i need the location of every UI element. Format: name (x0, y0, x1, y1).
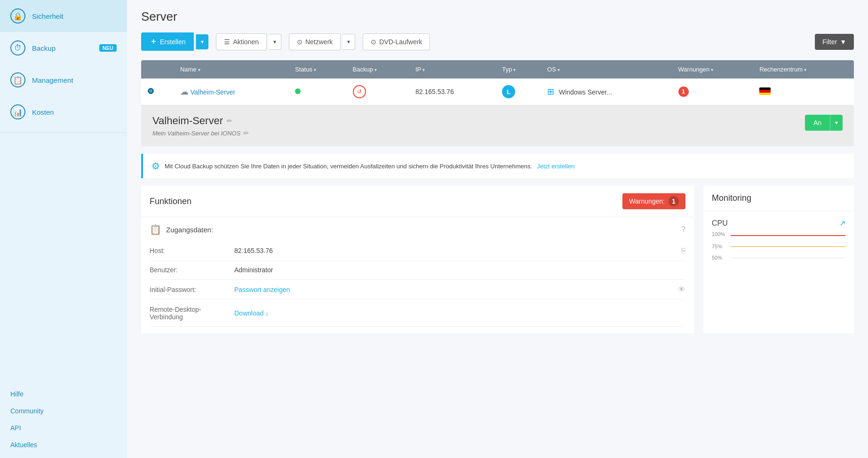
sidebar-link-hilfe[interactable]: Hilfe (0, 386, 127, 403)
server-detail-name: Valheim-Server (152, 115, 223, 127)
management-icon: 📋 (10, 72, 25, 87)
power-dropdown-button[interactable]: ▾ (830, 115, 843, 131)
functions-title: Funktionen (150, 197, 191, 206)
sidebar-item-sicherheit[interactable]: 🔒 Sicherheit (0, 0, 127, 32)
row-ip-cell: 82.165.53.76 (409, 79, 495, 105)
backup-icon: ⏱ (10, 40, 25, 55)
table-col-backup[interactable]: Backup▾ (346, 60, 409, 79)
server-table: Name▾ Status▾ Backup▾ IP▾ Typ▾ OS▾ (141, 60, 854, 105)
table-col-warnungen[interactable]: Warnungen▾ (672, 60, 753, 79)
erstellen-dropdown-button[interactable]: ▾ (196, 34, 208, 49)
aktionen-label: Aktionen (233, 38, 258, 46)
benutzer-value: Administrator (234, 266, 685, 274)
power-on-button[interactable]: An (805, 115, 830, 131)
aktionen-dropdown-button[interactable]: ▾ (269, 34, 281, 50)
eye-icon[interactable]: 👁 (678, 285, 685, 294)
access-row-passwort: Initial-Passwort: Passwort anzeigen 👁 (150, 280, 685, 300)
host-label: Host: (150, 247, 234, 254)
monitoring-content: CPU ↗ 100% 75% 50% (703, 211, 854, 284)
filter-button[interactable]: Filter ▼ (815, 34, 854, 50)
netzwerk-label: Netzwerk (305, 38, 333, 46)
sidebar-item-label: Kosten (32, 108, 54, 116)
kosten-icon: 📊 (10, 104, 25, 119)
clipboard-icon: 📋 (150, 224, 161, 235)
table-col-os[interactable]: OS▾ (541, 60, 671, 79)
table-col-rechenzentrum[interactable]: Rechenzentrum▾ (753, 60, 854, 79)
flag-de-icon (759, 87, 771, 95)
copy-icon[interactable]: ⎘ (681, 246, 685, 254)
sidebar-divider (0, 133, 127, 133)
sidebar-item-label: Management (32, 76, 73, 84)
status-online-icon (295, 88, 301, 94)
info-banner-text: Mit Cloud Backup schützen Sie Ihre Daten… (165, 163, 532, 170)
dvd-icon: ⊙ (371, 38, 376, 46)
row-dc-cell (753, 79, 854, 105)
chart-label-50: 50% (712, 255, 722, 261)
dvd-label: DVD-Laufwerk (379, 38, 422, 46)
backup-status-icon: ↺ (353, 85, 366, 98)
warning-count-badge: 1 (678, 87, 689, 97)
row-warnings-cell: 1 (672, 79, 753, 105)
benutzer-label: Benutzer: (150, 266, 234, 274)
access-title: 📋 Zugangsdaten: (150, 224, 213, 235)
cpu-metric-header: CPU ↗ (712, 219, 845, 228)
row-radio[interactable] (148, 88, 154, 94)
access-row-remote: Remote-Desktop-Verbindung Download ↓ (150, 300, 685, 327)
table-col-select (141, 60, 174, 79)
server-name-edit-icon[interactable]: ✏ (227, 117, 232, 125)
aktionen-button[interactable]: ☰ Aktionen (216, 33, 266, 50)
chart-line-red (731, 235, 845, 236)
sidebar-item-label: Backup (32, 44, 56, 52)
functions-panel: Funktionen Warnungen: 1 📋 Zugangsdaten: … (141, 186, 694, 333)
chart-label-75: 75% (712, 244, 722, 249)
passwort-anzeigen-link[interactable]: Passwort anzeigen (234, 286, 673, 293)
zugangsdaten-label: Zugangsdaten: (166, 226, 213, 234)
access-section: 📋 Zugangsdaten: ? Host: 82.165.53.76 ⎘ B… (141, 217, 694, 333)
monitoring-title: Monitoring (703, 186, 854, 211)
host-value: 82.165.53.76 (234, 247, 681, 254)
table-col-typ[interactable]: Typ▾ (495, 60, 541, 79)
dvd-button[interactable]: ⊙ DVD-Laufwerk (363, 33, 430, 50)
row-status-cell (288, 79, 346, 105)
table-row[interactable]: ☁ Valheim-Server ↺ 82.165.53.76 L ⊞ Wind… (141, 79, 854, 105)
info-banner-link[interactable]: Jetzt erstellen (537, 163, 574, 170)
cpu-metric: CPU ↗ 100% 75% 50% (712, 219, 845, 269)
row-radio-cell[interactable] (141, 79, 174, 105)
sidebar-bottom-links: Hilfe Community API Aktuelles (0, 381, 127, 458)
netzwerk-dropdown-button[interactable]: ▾ (342, 34, 355, 50)
sidebar-item-management[interactable]: 📋 Management (0, 64, 127, 96)
table-col-name[interactable]: Name▾ (174, 60, 288, 79)
erstellen-button[interactable]: ＋ Erstellen (141, 32, 194, 51)
help-icon[interactable]: ? (681, 225, 685, 234)
list-icon: ☰ (224, 38, 230, 46)
monitoring-panel: Monitoring CPU ↗ 100% 75% 50% (703, 186, 854, 333)
table-col-status[interactable]: Status▾ (288, 60, 346, 79)
remote-value: Download ↓ (234, 309, 685, 317)
server-subtitle: Mein Valheim-Server bei IONOS ✏ (152, 129, 248, 137)
access-row-host: Host: 82.165.53.76 ⎘ (150, 241, 685, 261)
sidebar-item-kosten[interactable]: 📊 Kosten (0, 96, 127, 128)
server-subtitle-text: Mein Valheim-Server bei IONOS (152, 130, 240, 137)
table-col-ip[interactable]: IP▾ (409, 60, 495, 79)
server-subtitle-edit-icon[interactable]: ✏ (243, 129, 248, 137)
download-link[interactable]: Download ↓ (234, 309, 685, 317)
access-header: 📋 Zugangsdaten: ? (150, 224, 685, 235)
row-name-cell: ☁ Valheim-Server (174, 79, 288, 105)
sidebar-item-backup[interactable]: ⏱ Backup NEU (0, 32, 127, 64)
sidebar-link-api[interactable]: API (0, 419, 127, 436)
cpu-link-icon[interactable]: ↗ (839, 219, 845, 228)
row-os-cell: ⊞ Windows Server... (541, 79, 671, 105)
warnungen-badge: Warnungen: 1 (622, 193, 685, 209)
network-icon: ⊙ (297, 38, 303, 46)
chart-line-orange (731, 246, 845, 247)
cpu-title: CPU (712, 219, 728, 228)
sidebar-link-aktuelles[interactable]: Aktuelles (0, 436, 127, 453)
sidebar-link-community[interactable]: Community (0, 403, 127, 419)
netzwerk-button[interactable]: ⊙ Netzwerk (289, 33, 341, 50)
chart-line-gray (731, 258, 845, 258)
erstellen-label: Erstellen (160, 38, 185, 46)
server-detail-title: Valheim-Server ✏ (152, 115, 248, 127)
lock-icon: 🔒 (10, 8, 25, 24)
panel-row: Funktionen Warnungen: 1 📋 Zugangsdaten: … (141, 186, 854, 333)
badge-new: NEU (99, 44, 117, 52)
